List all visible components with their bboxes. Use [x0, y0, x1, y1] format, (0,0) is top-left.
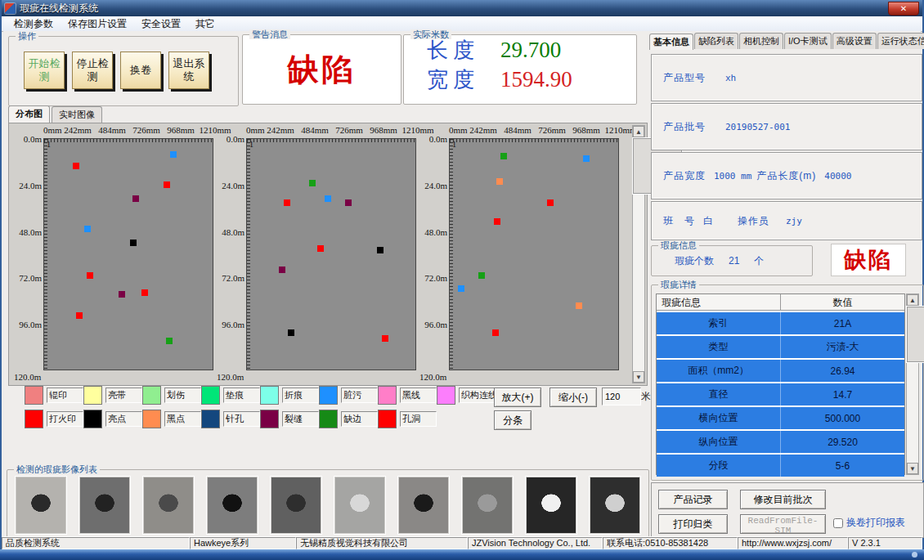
scroll-up-icon[interactable]: ▲	[633, 126, 644, 137]
title-bar[interactable]: 瑕疵在线检测系统 ✕	[2, 0, 922, 16]
defect-marker[interactable]	[576, 302, 582, 309]
defect-marker[interactable]	[84, 226, 91, 232]
split-button[interactable]: 分条	[494, 410, 532, 430]
defect-marker[interactable]	[317, 245, 324, 252]
legend-label: 垫痕	[223, 388, 260, 403]
defect-marker[interactable]	[583, 155, 590, 162]
defect-thumbnail[interactable]	[271, 477, 321, 534]
tab[interactable]: 分布图	[8, 105, 50, 123]
plot-area-3[interactable]: 1	[449, 138, 619, 370]
defect-marker[interactable]	[496, 178, 503, 185]
zoom-controls: 放大(+) 缩小(-) 米 分条	[494, 386, 649, 432]
table-row[interactable]: 类型 污渍-大	[657, 336, 904, 358]
tab[interactable]: 相机控制	[739, 33, 783, 49]
product-record-button[interactable]: 产品记录	[658, 490, 728, 509]
scrollbar-thumb[interactable]	[907, 307, 924, 362]
defect-marker[interactable]	[119, 291, 125, 298]
product-model-value: xh	[725, 73, 736, 83]
defect-thumbnail[interactable]	[207, 477, 258, 534]
defect-marker[interactable]	[325, 195, 331, 202]
defect-marker[interactable]	[132, 195, 139, 202]
table-row[interactable]: 纵向位置 29.520	[657, 431, 904, 453]
plot-area-2[interactable]: 1	[246, 138, 416, 370]
product-size-box: 产品宽度 1000 mm 产品长度(m) 40000	[651, 152, 922, 199]
defect-marker[interactable]	[478, 272, 485, 279]
plot-area-1[interactable]: 1	[43, 138, 213, 370]
defect-marker[interactable]	[345, 199, 352, 206]
zoom-out-button[interactable]: 缩小(-)	[549, 388, 597, 407]
menu-item[interactable]: 安全设置	[134, 16, 188, 31]
defect-marker[interactable]	[494, 218, 500, 225]
defect-thumbnail[interactable]	[79, 477, 130, 534]
table-row[interactable]: 横向位置 500.000	[657, 407, 904, 429]
defect-marker[interactable]	[458, 285, 464, 292]
defect-marker[interactable]	[288, 329, 294, 336]
defect-thumbnail[interactable]	[462, 477, 513, 534]
table-cell-value: 5-6	[780, 455, 904, 477]
y-tick-label: 0.0m	[24, 134, 42, 144]
menu-item[interactable]: 保存图片设置	[61, 16, 134, 31]
defect-thumbnail[interactable]	[398, 477, 449, 534]
table-row[interactable]: 分段 5-6	[657, 455, 904, 477]
x-axis-2: 0mm242mm484mm726mm968mm1210mm	[246, 125, 418, 137]
defect-marker[interactable]	[284, 199, 290, 206]
table-row[interactable]: 面积（mm2） 26.94	[657, 360, 904, 382]
zoom-in-button[interactable]: 放大(+)	[494, 388, 541, 407]
tab[interactable]: 缺陷列表	[694, 33, 738, 49]
defect-thumbnail[interactable]	[143, 477, 194, 534]
modify-batch-button[interactable]: 修改目前批次	[740, 490, 826, 509]
operation-button[interactable]: 换卷	[120, 52, 161, 89]
warning-text: 缺陷	[288, 49, 357, 91]
scroll-up-icon[interactable]: ▲	[907, 294, 918, 306]
menu-item[interactable]: 其它	[188, 16, 222, 31]
print-classify-button[interactable]: 打印归类	[658, 514, 728, 534]
defect-marker[interactable]	[492, 329, 499, 336]
defect-marker[interactable]	[166, 338, 173, 344]
detail-vertical-scrollbar[interactable]: ▲ ▼	[906, 293, 919, 475]
windows-taskbar[interactable]	[0, 549, 924, 560]
read-from-file-button[interactable]: ReadFromFile-SIM	[740, 514, 826, 534]
defect-marker[interactable]	[73, 163, 79, 169]
tab[interactable]: 实时图像	[52, 106, 102, 123]
scroll-down-icon[interactable]: ▼	[907, 463, 918, 474]
defect-thumbnail[interactable]	[590, 477, 640, 534]
tab[interactable]: 基本信息	[649, 34, 693, 50]
app-icon	[5, 3, 16, 14]
defect-marker[interactable]	[130, 240, 137, 246]
defect-marker[interactable]	[547, 199, 554, 206]
status-cell: http://www.wxjzsj.com/	[738, 537, 848, 549]
defect-thumbnail[interactable]	[526, 477, 576, 534]
defect-marker[interactable]	[76, 312, 83, 319]
operation-button[interactable]: 退出系统	[168, 52, 209, 89]
tray-icon[interactable]	[912, 552, 917, 558]
defect-marker[interactable]	[500, 153, 507, 159]
tab[interactable]: 运行状态信息	[877, 33, 924, 49]
operation-button[interactable]: 停止检测	[72, 52, 113, 89]
defect-marker[interactable]	[309, 180, 316, 186]
defect-detail-group: 瑕疵详情 瑕疵信息 数值 索引 21A 类型 污渍-大 面积（mm2） 26.9…	[651, 284, 924, 481]
status-bar: 品质检测系统Hawkeye系列无锡精质视觉科技有限公司JZVision Tech…	[2, 536, 922, 549]
meters-group-label: 实际米数	[410, 29, 451, 39]
defect-marker[interactable]	[170, 151, 177, 158]
defect-marker[interactable]	[87, 272, 93, 279]
defect-marker[interactable]	[377, 247, 384, 253]
table-row[interactable]: 直径 14.7	[657, 383, 904, 405]
table-cell-value: 500.000	[780, 407, 904, 429]
defect-marker[interactable]	[164, 181, 170, 188]
defect-marker[interactable]	[382, 335, 388, 342]
menu-item[interactable]: 检测参数	[7, 16, 61, 31]
scroll-down-icon[interactable]: ▼	[633, 371, 644, 383]
defect-thumbnail[interactable]	[334, 477, 385, 534]
operation-button[interactable]: 开始检测	[24, 52, 65, 89]
print-on-roll-change-checkbox[interactable]	[833, 518, 843, 528]
meters-range-input[interactable]	[602, 388, 641, 405]
defect-thumbnail[interactable]	[16, 477, 66, 534]
defect-marker[interactable]	[141, 289, 148, 296]
operation-group: 操作 开始检测停止检测换卷退出系统	[8, 36, 239, 106]
tab[interactable]: 高级设置	[832, 33, 877, 49]
table-row[interactable]: 索引 21A	[657, 312, 904, 334]
defect-marker[interactable]	[279, 267, 285, 273]
plot-vertical-scrollbar[interactable]: ▲ ▼	[632, 125, 645, 383]
close-button[interactable]: ✕	[888, 2, 919, 16]
tab[interactable]: I/O卡测试	[784, 33, 832, 49]
